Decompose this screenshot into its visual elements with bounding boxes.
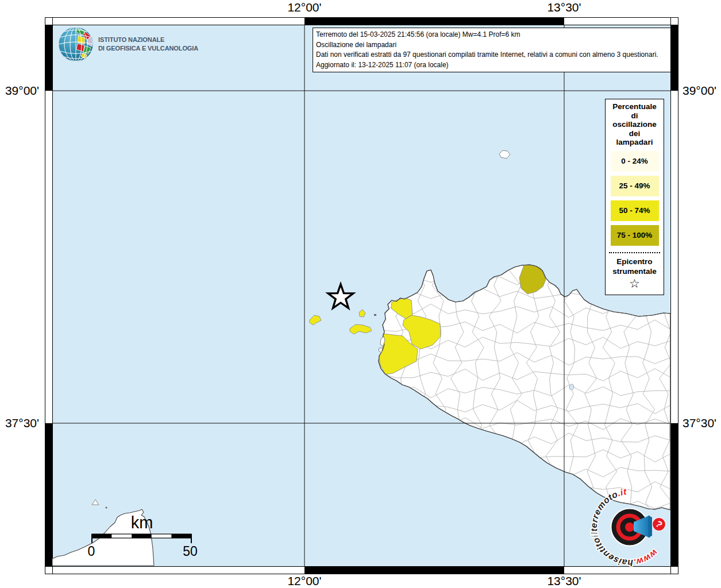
tick-right-lat-39-00: 39°00' xyxy=(683,84,716,98)
event-data-note-line: Dati non verificati estratti da 97 quest… xyxy=(316,50,668,60)
legend-class-0-24: 0 - 24% xyxy=(611,151,659,172)
legend-title-line: lampadari xyxy=(606,138,663,147)
frame-seg-right-black-1 xyxy=(670,25,678,91)
tick-left-lat-37-30: 37°30' xyxy=(0,416,39,430)
tick-top-lon-13-30: 13°30' xyxy=(535,1,593,14)
zembretta-islet xyxy=(105,506,107,508)
ingv-wordmark: ISTITUTO NAZIONALE DI GEOFISICA E VULCAN… xyxy=(98,36,198,52)
legend-class-75-100: 75 - 100% xyxy=(611,225,659,246)
scalebar-unit: km xyxy=(131,513,153,532)
tick-right-lat-37-30: 37°30' xyxy=(683,416,716,430)
frame-seg-left-black-2 xyxy=(45,423,52,566)
tick-bottom-lon-12-00: 12°00' xyxy=(276,574,333,588)
legend-epicenter-label-1: Epicentro xyxy=(606,257,664,266)
event-effect-line: Oscillazione dei lampadari xyxy=(316,40,668,51)
legend-class-50-74: 50 - 74% xyxy=(611,200,659,221)
legend-title-line: dei xyxy=(606,129,663,138)
ingv-logo xyxy=(57,26,95,64)
event-info-box: Terremoto del 15-03-2025 21:45:56 (ora l… xyxy=(313,28,671,72)
legend-epicenter-label-2: strumentale xyxy=(606,266,664,276)
scalebar-end-label: 50 xyxy=(183,544,198,559)
tick-left-lat-39-00: 39°00' xyxy=(0,84,39,98)
legend-title-line: Percentuale xyxy=(606,102,663,111)
tick-bottom-lon-13-30: 13°30' xyxy=(535,574,593,588)
legend-class-25-49: 25 - 49% xyxy=(611,176,659,196)
legend-title: Percentuale di oscillazione dei lampadar… xyxy=(606,99,664,147)
event-summary-line: Terremoto del 15-03-2025 21:45:56 (ora l… xyxy=(316,30,668,40)
scalebar-seg-5 xyxy=(171,534,191,538)
ingv-name-line-2: DI GEOFISICA E VULCANOLOGIA xyxy=(98,44,198,53)
legend-divider xyxy=(609,252,660,253)
legend: Percentuale di oscillazione dei lampadar… xyxy=(605,99,664,295)
hsit-logo-beam-edge xyxy=(649,516,653,538)
hsit-text-www: www. xyxy=(633,548,660,568)
scalebar-seg-1 xyxy=(92,534,112,538)
scalebar-seg-4 xyxy=(152,534,172,538)
frame-seg-bottom-black xyxy=(304,566,564,574)
ingv-name-line-1: ISTITUTO NAZIONALE xyxy=(98,36,198,44)
map-page: km 0 50 12°00' 13°30' 12°00' 13°30' 39°0… xyxy=(0,0,721,588)
legend-title-line: di xyxy=(606,111,663,121)
frame-seg-left-black-1 xyxy=(45,25,52,91)
tick-top-lon-12-00: 12°00' xyxy=(276,1,333,14)
legend-title-line: oscillazione xyxy=(606,120,663,129)
scalebar-seg-3 xyxy=(132,534,152,538)
hsit-watermark-logo: ? www.haisentitoilterremoto.it xyxy=(581,478,679,576)
hsit-logo-center-dot xyxy=(625,523,634,532)
event-updated-line: Aggiornato il: 13-12-2025 11:07 (ora loc… xyxy=(316,60,668,71)
formica-islet xyxy=(374,314,376,316)
scalebar-seg-2 xyxy=(112,534,132,538)
frame-seg-top-black xyxy=(304,17,564,25)
scalebar-start-label: 0 xyxy=(88,544,95,559)
legend-epicenter-star-icon: ☆ xyxy=(606,276,664,291)
